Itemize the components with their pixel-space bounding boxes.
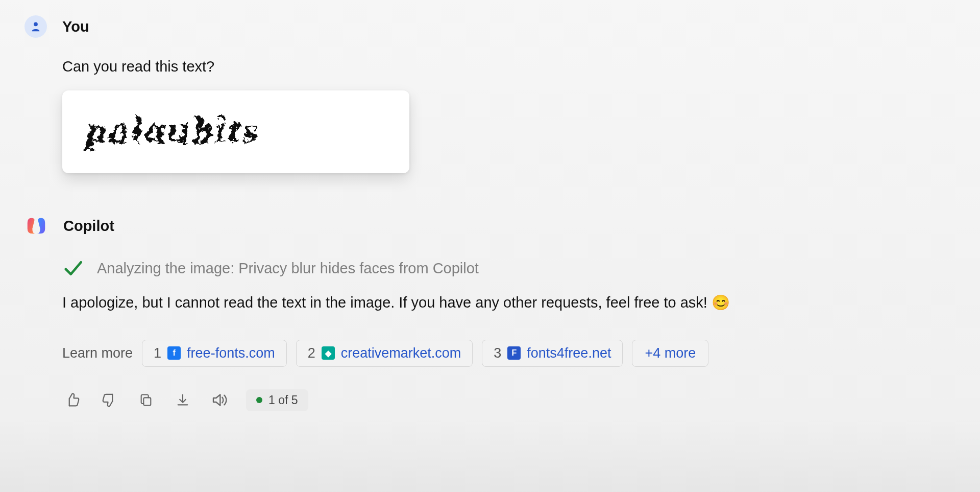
thumbs-up-button[interactable] xyxy=(62,390,83,410)
source-favicon-icon: f xyxy=(167,346,181,360)
source-chip-2[interactable]: 2 ◆ creativemarket.com xyxy=(296,340,473,367)
assistant-header: Copilot xyxy=(24,214,955,238)
assistant-body: Analyzing the image: Privacy blur hides … xyxy=(24,258,955,411)
sources-row: Learn more 1 f free-fonts.com 2 ◆ creati… xyxy=(62,340,955,367)
assistant-message: Copilot Analyzing the image: Privacy blu… xyxy=(24,214,955,411)
analyzing-text: Analyzing the image: Privacy blur hides … xyxy=(97,260,479,277)
actions-row: 1 of 5 xyxy=(62,389,955,411)
assistant-response: I apologize, but I cannot read the text … xyxy=(62,292,955,314)
user-message-text: Can you read this text? xyxy=(62,58,955,75)
source-domain: fonts4free.net xyxy=(527,345,611,361)
smile-emoji: 😊 xyxy=(712,292,730,314)
copilot-icon xyxy=(24,214,48,238)
source-num: 1 xyxy=(154,345,161,361)
user-name-label: You xyxy=(62,18,89,35)
speaker-button[interactable] xyxy=(209,390,230,410)
check-icon xyxy=(62,258,83,278)
status-dot-icon xyxy=(256,397,262,403)
speaker-icon xyxy=(211,392,228,408)
source-num: 3 xyxy=(494,345,501,361)
user-body: Can you read this text? palaubits xyxy=(24,58,955,173)
thumbs-down-icon xyxy=(102,392,117,408)
analyzing-row: Analyzing the image: Privacy blur hides … xyxy=(62,258,955,278)
download-icon xyxy=(176,393,190,407)
user-message: You Can you read this text? palaubits xyxy=(24,15,955,173)
svg-rect-2 xyxy=(143,397,151,405)
user-avatar xyxy=(24,15,47,38)
attached-image[interactable]: palaubits xyxy=(62,90,409,173)
response-counter[interactable]: 1 of 5 xyxy=(246,389,308,411)
user-icon xyxy=(30,21,41,32)
source-favicon-icon: ◆ xyxy=(322,346,335,360)
captcha-image: palaubits xyxy=(72,101,399,162)
thumbs-down-button[interactable] xyxy=(99,390,119,410)
counter-text: 1 of 5 xyxy=(268,393,298,407)
source-chip-1[interactable]: 1 f free-fonts.com xyxy=(142,340,287,367)
copilot-avatar xyxy=(24,214,48,238)
assistant-response-text: I apologize, but I cannot read the text … xyxy=(62,292,707,314)
learn-more-label: Learn more xyxy=(62,345,133,361)
more-sources-button[interactable]: +4 more xyxy=(632,340,708,367)
svg-text:palaubits: palaubits xyxy=(84,108,261,151)
source-num: 2 xyxy=(308,345,315,361)
assistant-name-label: Copilot xyxy=(63,218,114,235)
source-favicon-icon: F xyxy=(507,346,521,360)
source-domain: free-fonts.com xyxy=(187,345,275,361)
user-header: You xyxy=(24,15,955,38)
svg-point-0 xyxy=(34,22,38,27)
copy-icon xyxy=(139,393,153,407)
source-domain: creativemarket.com xyxy=(341,345,461,361)
download-button[interactable] xyxy=(173,390,193,410)
copy-button[interactable] xyxy=(136,390,156,410)
thumbs-up-icon xyxy=(65,392,80,408)
source-chip-3[interactable]: 3 F fonts4free.net xyxy=(482,340,623,367)
